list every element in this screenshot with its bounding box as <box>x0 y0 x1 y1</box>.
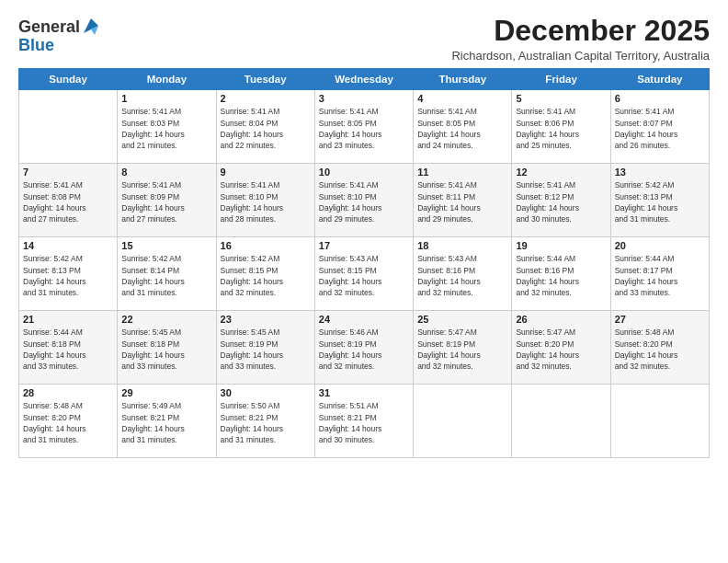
day-info: Sunrise: 5:41 AMSunset: 8:10 PMDaylight:… <box>221 179 311 224</box>
day-info: Sunrise: 5:41 AMSunset: 8:05 PMDaylight:… <box>417 106 507 151</box>
day-number: 5 <box>516 93 606 104</box>
table-row: 3Sunrise: 5:41 AMSunset: 8:05 PMDaylight… <box>314 90 413 164</box>
logo-bird-icon <box>82 17 98 37</box>
col-wednesday: Wednesday <box>314 69 413 90</box>
day-info: Sunrise: 5:41 AMSunset: 8:04 PMDaylight:… <box>221 106 311 151</box>
day-number: 15 <box>121 240 211 251</box>
table-row <box>19 90 118 164</box>
day-number: 25 <box>417 314 507 325</box>
day-number: 4 <box>417 93 507 104</box>
table-row: 28Sunrise: 5:48 AMSunset: 8:20 PMDayligh… <box>19 385 118 458</box>
day-info: Sunrise: 5:44 AMSunset: 8:16 PMDaylight:… <box>516 253 606 298</box>
day-number: 26 <box>516 314 606 325</box>
day-number: 18 <box>417 240 507 251</box>
table-row: 9Sunrise: 5:41 AMSunset: 8:10 PMDaylight… <box>216 164 314 237</box>
col-thursday: Thursday <box>414 69 512 90</box>
table-row: 11Sunrise: 5:41 AMSunset: 8:11 PMDayligh… <box>414 164 512 237</box>
day-info: Sunrise: 5:44 AMSunset: 8:18 PMDaylight:… <box>23 327 113 372</box>
day-number: 24 <box>319 314 409 325</box>
day-info: Sunrise: 5:48 AMSunset: 8:20 PMDaylight:… <box>615 327 705 372</box>
table-row: 21Sunrise: 5:44 AMSunset: 8:18 PMDayligh… <box>19 311 118 385</box>
calendar-week-row: 1Sunrise: 5:41 AMSunset: 8:03 PMDaylight… <box>19 90 710 164</box>
day-number: 19 <box>516 240 606 251</box>
day-number: 22 <box>121 314 211 325</box>
day-info: Sunrise: 5:49 AMSunset: 8:21 PMDaylight:… <box>121 400 211 445</box>
day-number: 21 <box>23 314 113 325</box>
table-row: 4Sunrise: 5:41 AMSunset: 8:05 PMDaylight… <box>414 90 512 164</box>
col-friday: Friday <box>512 69 610 90</box>
day-info: Sunrise: 5:45 AMSunset: 8:18 PMDaylight:… <box>121 327 211 372</box>
table-row <box>414 385 512 458</box>
day-info: Sunrise: 5:42 AMSunset: 8:14 PMDaylight:… <box>121 253 211 298</box>
table-row: 22Sunrise: 5:45 AMSunset: 8:18 PMDayligh… <box>118 311 216 385</box>
table-row: 1Sunrise: 5:41 AMSunset: 8:03 PMDaylight… <box>118 90 216 164</box>
table-row <box>512 385 610 458</box>
day-number: 14 <box>23 240 113 251</box>
day-number: 11 <box>417 167 507 178</box>
table-row: 13Sunrise: 5:42 AMSunset: 8:13 PMDayligh… <box>610 164 709 237</box>
table-row: 17Sunrise: 5:43 AMSunset: 8:15 PMDayligh… <box>314 237 413 311</box>
page: General Blue December 2025 Richardson, A… <box>0 0 728 563</box>
table-row: 19Sunrise: 5:44 AMSunset: 8:16 PMDayligh… <box>512 237 610 311</box>
day-info: Sunrise: 5:41 AMSunset: 8:09 PMDaylight:… <box>121 179 211 224</box>
day-number: 27 <box>615 314 705 325</box>
table-row: 29Sunrise: 5:49 AMSunset: 8:21 PMDayligh… <box>118 385 216 458</box>
table-row: 16Sunrise: 5:42 AMSunset: 8:15 PMDayligh… <box>216 237 314 311</box>
day-number: 16 <box>221 240 311 251</box>
header-row: Sunday Monday Tuesday Wednesday Thursday… <box>19 69 710 90</box>
logo-blue: Blue <box>18 36 54 54</box>
day-number: 30 <box>221 387 311 398</box>
table-row: 30Sunrise: 5:50 AMSunset: 8:21 PMDayligh… <box>216 385 314 458</box>
day-number: 10 <box>319 167 409 178</box>
day-info: Sunrise: 5:51 AMSunset: 8:21 PMDaylight:… <box>319 400 409 445</box>
day-number: 6 <box>615 93 705 104</box>
day-number: 3 <box>319 93 409 104</box>
table-row: 23Sunrise: 5:45 AMSunset: 8:19 PMDayligh… <box>216 311 314 385</box>
calendar-week-row: 28Sunrise: 5:48 AMSunset: 8:20 PMDayligh… <box>19 385 710 458</box>
day-info: Sunrise: 5:47 AMSunset: 8:19 PMDaylight:… <box>417 327 507 372</box>
col-sunday: Sunday <box>19 69 118 90</box>
day-number: 29 <box>121 387 211 398</box>
day-info: Sunrise: 5:41 AMSunset: 8:07 PMDaylight:… <box>615 106 705 151</box>
day-info: Sunrise: 5:41 AMSunset: 8:11 PMDaylight:… <box>417 179 507 224</box>
day-number: 31 <box>319 387 409 398</box>
day-info: Sunrise: 5:45 AMSunset: 8:19 PMDaylight:… <box>221 327 311 372</box>
table-row: 12Sunrise: 5:41 AMSunset: 8:12 PMDayligh… <box>512 164 610 237</box>
day-number: 17 <box>319 240 409 251</box>
day-number: 7 <box>23 167 113 178</box>
table-row: 14Sunrise: 5:42 AMSunset: 8:13 PMDayligh… <box>19 237 118 311</box>
table-row: 25Sunrise: 5:47 AMSunset: 8:19 PMDayligh… <box>414 311 512 385</box>
day-number: 23 <box>221 314 311 325</box>
calendar-week-row: 21Sunrise: 5:44 AMSunset: 8:18 PMDayligh… <box>19 311 710 385</box>
day-info: Sunrise: 5:47 AMSunset: 8:20 PMDaylight:… <box>516 327 606 372</box>
col-saturday: Saturday <box>610 69 709 90</box>
day-number: 9 <box>221 167 311 178</box>
table-row: 15Sunrise: 5:42 AMSunset: 8:14 PMDayligh… <box>118 237 216 311</box>
day-number: 12 <box>516 167 606 178</box>
day-info: Sunrise: 5:43 AMSunset: 8:15 PMDaylight:… <box>319 253 409 298</box>
day-info: Sunrise: 5:41 AMSunset: 8:03 PMDaylight:… <box>121 106 211 151</box>
day-info: Sunrise: 5:42 AMSunset: 8:15 PMDaylight:… <box>221 253 311 298</box>
col-tuesday: Tuesday <box>216 69 314 90</box>
table-row: 18Sunrise: 5:43 AMSunset: 8:16 PMDayligh… <box>414 237 512 311</box>
day-info: Sunrise: 5:41 AMSunset: 8:05 PMDaylight:… <box>319 106 409 151</box>
day-info: Sunrise: 5:41 AMSunset: 8:08 PMDaylight:… <box>23 179 113 224</box>
header: General Blue December 2025 Richardson, A… <box>18 15 710 63</box>
table-row: 26Sunrise: 5:47 AMSunset: 8:20 PMDayligh… <box>512 311 610 385</box>
table-row: 5Sunrise: 5:41 AMSunset: 8:06 PMDaylight… <box>512 90 610 164</box>
table-row: 27Sunrise: 5:48 AMSunset: 8:20 PMDayligh… <box>610 311 709 385</box>
day-info: Sunrise: 5:44 AMSunset: 8:17 PMDaylight:… <box>615 253 705 298</box>
day-info: Sunrise: 5:48 AMSunset: 8:20 PMDaylight:… <box>23 400 113 445</box>
day-info: Sunrise: 5:41 AMSunset: 8:10 PMDaylight:… <box>319 179 409 224</box>
subtitle: Richardson, Australian Capital Territory… <box>451 49 710 63</box>
day-info: Sunrise: 5:50 AMSunset: 8:21 PMDaylight:… <box>221 400 311 445</box>
calendar-week-row: 7Sunrise: 5:41 AMSunset: 8:08 PMDaylight… <box>19 164 710 237</box>
calendar-table: Sunday Monday Tuesday Wednesday Thursday… <box>18 68 710 458</box>
day-info: Sunrise: 5:42 AMSunset: 8:13 PMDaylight:… <box>23 253 113 298</box>
logo-general: General <box>18 18 80 37</box>
calendar-week-row: 14Sunrise: 5:42 AMSunset: 8:13 PMDayligh… <box>19 237 710 311</box>
day-info: Sunrise: 5:42 AMSunset: 8:13 PMDaylight:… <box>615 179 705 224</box>
title-block: December 2025 Richardson, Australian Cap… <box>451 15 710 63</box>
table-row: 2Sunrise: 5:41 AMSunset: 8:04 PMDaylight… <box>216 90 314 164</box>
table-row <box>610 385 709 458</box>
